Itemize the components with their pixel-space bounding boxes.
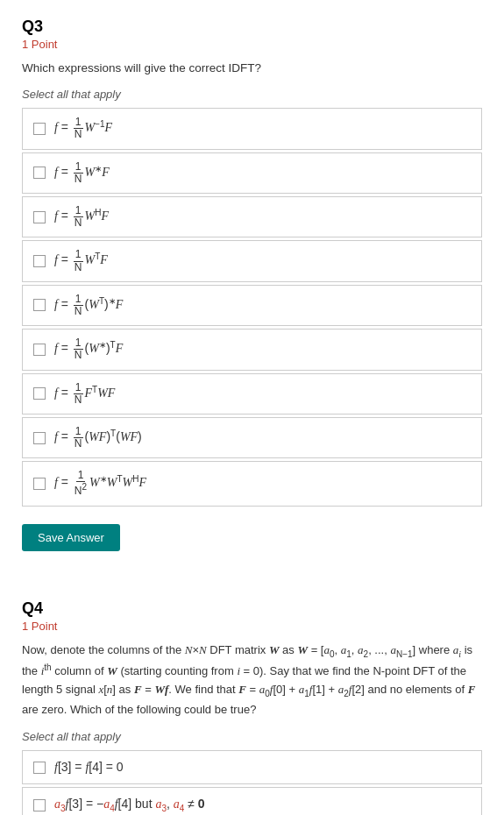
q4-question-text: Now, denote the columns of the N×N DFT m… <box>22 641 482 719</box>
q3-option-7[interactable]: f = 1NFTWF <box>22 373 482 415</box>
q3-option-8[interactable]: f = 1N(WF)T(WF) <box>22 417 482 458</box>
q3-formula-6: f = 1N(W∗)TF <box>54 337 123 361</box>
q3-formula-3: f = 1NWHF <box>54 205 109 229</box>
q3-option-3[interactable]: f = 1NWHF <box>22 196 482 237</box>
q3-checkbox-4[interactable] <box>33 255 46 267</box>
q4-formula-1: f[3] = f[4] = 0 <box>54 759 124 776</box>
q4-option-1[interactable]: f[3] = f[4] = 0 <box>22 750 482 785</box>
q3-select-label: Select all that apply <box>22 88 482 101</box>
q3-formula-2: f = 1NW∗F <box>54 161 110 185</box>
q4-checkbox-1[interactable] <box>33 762 46 774</box>
q3-save-button[interactable]: Save Answer <box>22 524 120 551</box>
q4-select-label: Select all that apply <box>22 730 482 743</box>
q3-checkbox-2[interactable] <box>33 167 46 179</box>
q3-checkbox-3[interactable] <box>33 211 46 223</box>
q3-formula-5: f = 1N(WT)∗F <box>54 294 123 317</box>
q3-formula-9: f = 1N2W∗WTWHF <box>54 470 146 497</box>
q3-formula-7: f = 1NFTWF <box>54 382 115 406</box>
question-4: Q4 1 Point Now, denote the columns of th… <box>22 599 482 815</box>
q4-formula-2: a3f[3] = −a4f[4] but a3, a4 ≠ 0 <box>54 796 205 815</box>
q3-formula-1: f = 1NW−1F <box>54 117 112 140</box>
q3-option-9[interactable]: f = 1N2W∗WTWHF <box>22 461 482 506</box>
q3-checkbox-8[interactable] <box>33 432 46 444</box>
q3-formula-8: f = 1N(WF)T(WF) <box>54 426 142 450</box>
q3-checkbox-7[interactable] <box>33 387 46 400</box>
q4-option-2[interactable]: a3f[3] = −a4f[4] but a3, a4 ≠ 0 <box>22 787 482 815</box>
q3-title: Q3 <box>22 18 482 36</box>
q3-checkbox-9[interactable] <box>33 478 46 490</box>
q3-checkbox-6[interactable] <box>33 344 46 356</box>
q3-checkbox-5[interactable] <box>33 299 46 311</box>
q3-option-5[interactable]: f = 1N(WT)∗F <box>22 285 482 326</box>
q3-option-4[interactable]: f = 1NWTF <box>22 240 482 281</box>
q3-question: Which expressions will give the correct … <box>22 60 482 77</box>
q3-formula-4: f = 1NWTF <box>54 249 108 273</box>
q4-title: Q4 <box>22 599 482 618</box>
q4-checkbox-2[interactable] <box>33 799 46 811</box>
q3-option-2[interactable]: f = 1NW∗F <box>22 152 482 194</box>
q3-options: f = 1NW−1F f = 1NW∗F f = 1NWHF f = 1NWTF <box>22 108 482 506</box>
q3-option-1[interactable]: f = 1NW−1F <box>22 108 482 149</box>
q4-options: f[3] = f[4] = 0 a3f[3] = −a4f[4] but a3,… <box>22 750 482 815</box>
q3-option-6[interactable]: f = 1N(W∗)TF <box>22 329 482 370</box>
q3-checkbox-1[interactable] <box>33 123 46 135</box>
q3-points: 1 Point <box>22 38 482 51</box>
q4-points: 1 Point <box>22 620 482 633</box>
question-3: Q3 1 Point Which expressions will give t… <box>22 18 482 551</box>
